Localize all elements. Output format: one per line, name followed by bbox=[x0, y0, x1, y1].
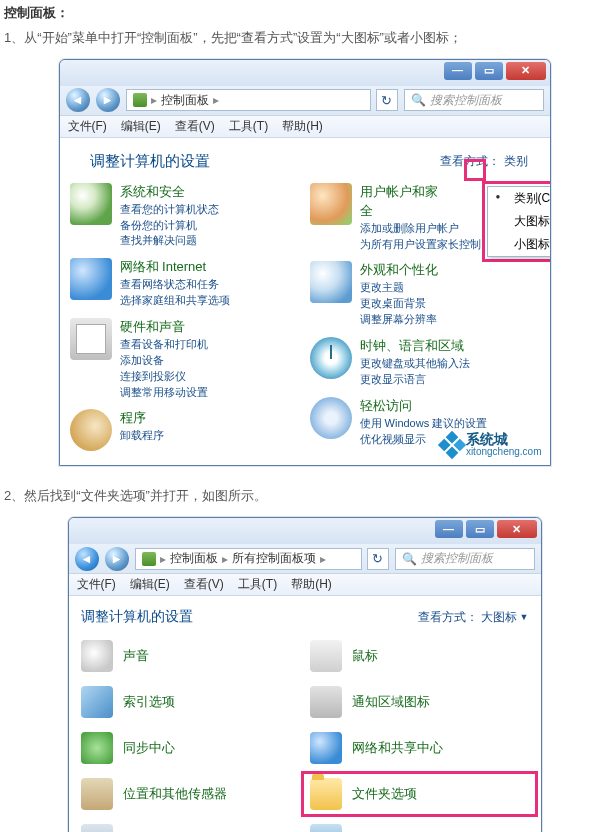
close-button[interactable]: ✕ bbox=[506, 62, 546, 80]
menu-view[interactable]: 查看(V) bbox=[175, 118, 215, 135]
category-network[interactable]: 网络和 Internet 查看网络状态和任务 选择家庭组和共享选项 bbox=[70, 258, 300, 308]
control-panel-icon bbox=[142, 552, 156, 566]
page-title: 调整计算机的设置 bbox=[81, 608, 193, 626]
address-seg-1: 控制面板 bbox=[170, 550, 218, 567]
display-icon bbox=[310, 824, 342, 832]
shield-icon bbox=[70, 183, 112, 225]
category-clock[interactable]: 时钟、语言和区域 更改键盘或其他输入法 更改显示语言 bbox=[310, 337, 540, 387]
back-button[interactable]: ◄ bbox=[75, 547, 99, 571]
item-sync[interactable]: 同步中心 bbox=[81, 732, 300, 764]
view-mode-menu: 类别(C) 大图标(L) 小图标(S) bbox=[487, 186, 550, 257]
menu-help[interactable]: 帮助(H) bbox=[291, 576, 332, 593]
nav-bar: ◄ ► ▸ 控制面板 ▸ ↻ 🔍 搜索控制面板 bbox=[60, 86, 550, 116]
view-mode-partial: 类别 bbox=[504, 153, 528, 170]
menu-file[interactable]: 文件(F) bbox=[68, 118, 107, 135]
forward-button[interactable]: ► bbox=[105, 547, 129, 571]
item-mouse[interactable]: 鼠标 bbox=[310, 640, 529, 672]
category-programs[interactable]: 程序 卸载程序 bbox=[70, 409, 300, 451]
category-ease[interactable]: 轻松访问 使用 Windows 建议的设置 优化视频显示 bbox=[310, 397, 540, 447]
sync-icon bbox=[81, 732, 113, 764]
mouse-icon bbox=[310, 640, 342, 672]
refresh-button[interactable]: ↻ bbox=[367, 548, 389, 570]
clock-icon bbox=[310, 337, 352, 379]
menu-tools[interactable]: 工具(T) bbox=[238, 576, 277, 593]
ease-icon bbox=[310, 397, 352, 439]
menu-tools[interactable]: 工具(T) bbox=[229, 118, 268, 135]
menu-bar: 文件(F) 编辑(E) 查看(V) 工具(T) 帮助(H) bbox=[69, 574, 541, 596]
globe-icon bbox=[70, 258, 112, 300]
step-2-text: 2、然后找到“文件夹选项”并打开，如图所示。 bbox=[4, 486, 605, 507]
maximize-button[interactable]: ▭ bbox=[466, 520, 494, 538]
item-sound[interactable]: 声音 bbox=[81, 640, 300, 672]
network-icon bbox=[310, 732, 342, 764]
control-panel-icon bbox=[133, 93, 147, 107]
item-display[interactable]: 显示 bbox=[310, 824, 529, 832]
step-1-text: 1、从“开始”菜单中打开“控制面板”，先把“查看方式”设置为“大图标”或者小图标… bbox=[4, 28, 605, 49]
address-bar[interactable]: ▸ 控制面板 ▸ 所有控制面板项 ▸ bbox=[135, 548, 362, 570]
refresh-button[interactable]: ↻ bbox=[376, 89, 398, 111]
menu-help[interactable]: 帮助(H) bbox=[282, 118, 323, 135]
menu-view[interactable]: 查看(V) bbox=[184, 576, 224, 593]
item-network-center[interactable]: 网络和共享中心 bbox=[310, 732, 529, 764]
minimize-button[interactable]: — bbox=[444, 62, 472, 80]
speaker-icon bbox=[81, 640, 113, 672]
item-location[interactable]: 位置和其他传感器 bbox=[81, 778, 300, 810]
forward-button[interactable]: ► bbox=[96, 88, 120, 112]
system-icon bbox=[81, 824, 113, 832]
window-titlebar: — ▭ ✕ bbox=[69, 518, 541, 544]
menu-edit[interactable]: 编辑(E) bbox=[121, 118, 161, 135]
view-option-category[interactable]: 类别(C) bbox=[488, 187, 550, 210]
location-icon bbox=[81, 778, 113, 810]
folder-icon bbox=[310, 778, 342, 810]
view-option-large[interactable]: 大图标(L) bbox=[488, 210, 550, 233]
item-system[interactable]: 系统 bbox=[81, 824, 300, 832]
content-pane: 调整计算机的设置 查看方式： 类别 类别(C) 大图标(L) 小图标(S) bbox=[60, 138, 550, 466]
screenshot-1: — ▭ ✕ ◄ ► ▸ 控制面板 ▸ ↻ 🔍 搜索控制面板 bbox=[4, 59, 605, 469]
item-folder-options[interactable]: 文件夹选项 bbox=[301, 771, 538, 817]
category-hardware[interactable]: 硬件和声音 查看设备和打印机 添加设备 连接到投影仪 调整常用移动设置 bbox=[70, 318, 300, 399]
view-option-small[interactable]: 小图标(S) bbox=[488, 233, 550, 256]
window-titlebar: — ▭ ✕ bbox=[60, 60, 550, 86]
maximize-button[interactable]: ▭ bbox=[475, 62, 503, 80]
view-mode-label: 查看方式： bbox=[418, 609, 478, 626]
search-input[interactable]: 🔍 搜索控制面板 bbox=[404, 89, 544, 111]
content-pane: 调整计算机的设置 查看方式： 大图标 ▼ 声音 鼠标 索引选项 通知区域图标 同… bbox=[69, 596, 541, 832]
menu-file[interactable]: 文件(F) bbox=[77, 576, 116, 593]
address-bar[interactable]: ▸ 控制面板 ▸ bbox=[126, 89, 371, 111]
menu-bar: 文件(F) 编辑(E) 查看(V) 工具(T) 帮助(H) bbox=[60, 116, 550, 138]
tray-icon bbox=[310, 686, 342, 718]
search-input[interactable]: 🔍 搜索控制面板 bbox=[395, 548, 535, 570]
nav-bar: ◄ ► ▸ 控制面板 ▸ 所有控制面板项 ▸ ↻ 🔍 搜索控制面板 bbox=[69, 544, 541, 574]
highlight-dropdown-trigger bbox=[464, 159, 486, 181]
disc-icon bbox=[70, 409, 112, 451]
users-icon bbox=[310, 183, 352, 225]
view-mode-value[interactable]: 大图标 bbox=[481, 609, 517, 626]
page-title: 调整计算机的设置 bbox=[90, 152, 210, 171]
category-appearance[interactable]: 外观和个性化 更改主题 更改桌面背景 调整屏幕分辨率 bbox=[310, 261, 540, 327]
monitor-icon bbox=[310, 261, 352, 303]
menu-edit[interactable]: 编辑(E) bbox=[130, 576, 170, 593]
section-heading: 控制面板： bbox=[4, 4, 605, 22]
back-button[interactable]: ◄ bbox=[66, 88, 90, 112]
category-system-security[interactable]: 系统和安全 查看您的计算机状态 备份您的计算机 查找并解决问题 bbox=[70, 183, 300, 249]
search-icon: 🔍 bbox=[402, 552, 417, 566]
printer-icon bbox=[70, 318, 112, 360]
minimize-button[interactable]: — bbox=[435, 520, 463, 538]
search-index-icon bbox=[81, 686, 113, 718]
screenshot-2: — ▭ ✕ ◄ ► ▸ 控制面板 ▸ 所有控制面板项 ▸ ↻ 🔍 bbox=[4, 517, 605, 832]
search-icon: 🔍 bbox=[411, 93, 426, 107]
address-segment: 控制面板 bbox=[161, 92, 209, 109]
item-tray[interactable]: 通知区域图标 bbox=[310, 686, 529, 718]
close-button[interactable]: ✕ bbox=[497, 520, 537, 538]
address-seg-2: 所有控制面板项 bbox=[232, 550, 316, 567]
item-index[interactable]: 索引选项 bbox=[81, 686, 300, 718]
